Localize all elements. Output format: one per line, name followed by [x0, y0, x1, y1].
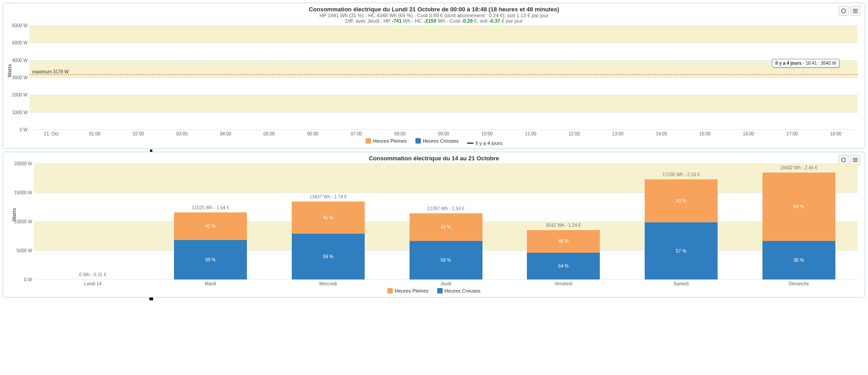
bar-label: 18402 Wh - 2.45 €: [762, 165, 835, 170]
bar-label: 11525 Wh - 1.54 €: [174, 205, 247, 210]
bar-segment-hp: 41 %: [292, 202, 365, 234]
bar-label: 17236 Wh - 2.16 €: [645, 172, 718, 177]
x-tick: Mardi: [152, 281, 270, 286]
bar-column[interactable]: 11525 Wh - 1.54 €41 %59 %: [152, 163, 270, 279]
bar-column[interactable]: 18402 Wh - 2.45 €64 %36 %: [740, 163, 858, 279]
weekly-consumption-panel: Consommation électrique du 14 au 21 Octo…: [3, 152, 865, 298]
bar-segment-hp: 42 %: [410, 213, 482, 241]
svg-point-0: [842, 9, 846, 13]
svg-point-1: [842, 158, 846, 162]
bar-column[interactable]: 0 Wh - 0.31 €: [34, 163, 152, 279]
y-tick: 10000 W: [8, 219, 32, 224]
bar-label: 11397 Wh - 1.53 €: [410, 206, 482, 211]
diff-cost: -0.29: [462, 18, 473, 24]
chart-title: Consommation électrique du 14 au 21 Octo…: [7, 155, 861, 162]
bar-segment-hc: 59 %: [174, 240, 247, 279]
stacked-bars: 0 Wh - 0.31 €11525 Wh - 1.54 €41 %59 %13…: [34, 163, 858, 279]
diff-sep1: Wh - HC: [402, 18, 424, 24]
diff-hp: -741: [392, 18, 402, 24]
x-tick: Mercredi: [269, 281, 387, 286]
bar-segment-hc: 58 %: [410, 241, 482, 279]
legend-hp-label: Heures Pleines: [395, 288, 429, 293]
bar-segment-hp: 64 %: [762, 173, 835, 241]
bar-label: 13437 Wh - 1.74 €: [292, 194, 365, 199]
x-tick: Samedi: [622, 281, 740, 286]
chart-legend: Heures Pleines Heures Creuses: [7, 288, 861, 294]
max-label: maximum 3178 W: [32, 69, 69, 74]
legend-hc[interactable]: Heures Creuses: [437, 288, 480, 293]
tooltip-value: - 18:41 : 3840 W: [801, 61, 836, 66]
bar-column[interactable]: 17236 Wh - 2.16 €43 %57 %: [622, 163, 740, 279]
y-tick: 4000 W: [7, 58, 28, 62]
y-tick: 0 W: [7, 127, 28, 132]
bar-segment-hc: 59 %: [292, 234, 365, 279]
y-tick: 0 W: [8, 277, 32, 282]
tooltip-series: Il y a 4 jours: [775, 61, 801, 66]
y-tick: 6000 W: [7, 23, 28, 28]
bar-column[interactable]: 13437 Wh - 1.74 €41 %59 %: [269, 163, 387, 279]
y-tick: 3000 W: [7, 75, 28, 80]
y-tick: 5000 W: [7, 40, 28, 45]
x-tick: Jeudi: [387, 281, 505, 286]
chart-subtitle-2: Diff. avec Jeudi : HP -741 Wh - HC -2159…: [7, 18, 861, 24]
bar-label: 0 Wh - 0.31 €: [56, 272, 129, 277]
chart-toolbar: [839, 6, 860, 16]
chart-subtitle-1: HP 1941 Wh (31 %) - HC 4348 Wh (69 %) - …: [7, 13, 861, 18]
bar-column[interactable]: 8542 Wh - 1.24 €46 %54 %: [505, 163, 622, 279]
x-tick: Lundi 14: [34, 281, 152, 286]
bar-segment-hc: 36 %: [762, 241, 835, 279]
bar-segment-hp: 43 %: [645, 179, 718, 222]
x-axis: Lundi 14MardiMercrediJeudiVendrediSamedi…: [34, 281, 858, 286]
weekly-chart-plot[interactable]: Watts 0 W5000 W10000 W15000 W20000 W 0 W…: [34, 163, 858, 279]
square-icon: [387, 288, 393, 293]
chart-title: Consommation électrique du Lundi 21 Octo…: [7, 6, 861, 13]
diff-label: Diff. avec Jeudi : HP: [345, 18, 391, 24]
bar-label: 8542 Wh - 1.24 €: [527, 223, 600, 228]
daily-consumption-panel: Consommation électrique du Lundi 21 Octo…: [3, 3, 865, 149]
diff-soit: -0.37: [489, 18, 500, 24]
bar-segment-hp: 41 %: [174, 212, 247, 240]
y-tick: 20000 W: [8, 161, 32, 166]
diff-sep3: €, soit: [473, 18, 489, 24]
bar-column[interactable]: 11397 Wh - 1.53 €42 %58 %: [387, 163, 505, 279]
max-line: [29, 74, 858, 75]
bar-segment-hc: 57 %: [645, 222, 718, 279]
diff-hc: -2159: [424, 18, 436, 24]
chart-menu-button[interactable]: [850, 6, 860, 16]
y-tick: 5000 W: [8, 248, 32, 253]
y-tick: 15000 W: [8, 190, 32, 195]
x-tick: Dimanche: [740, 281, 858, 286]
x-tick: Vendredi: [505, 281, 622, 286]
chart-highlight-button[interactable]: [839, 6, 849, 16]
y-tick: 1000 W: [7, 110, 28, 115]
daily-chart-plot[interactable]: Watts 0 W1000 W2000 W3000 W4000 W5000 W6…: [29, 25, 858, 130]
diff-sep2: Wh - Coût: [436, 18, 462, 24]
square-icon: [437, 288, 443, 293]
diff-suffix: € par jour: [500, 18, 523, 24]
chart-tooltip: Il y a 4 jours - 18:41 : 3840 W: [772, 59, 839, 67]
bar-segment-hc: 54 %: [527, 253, 600, 279]
y-tick: 2000 W: [7, 92, 28, 97]
bar-segment-hp: 46 %: [527, 230, 600, 253]
legend-hp[interactable]: Heures Pleines: [387, 288, 429, 293]
legend-hc-label: Heures Creuses: [444, 288, 480, 293]
